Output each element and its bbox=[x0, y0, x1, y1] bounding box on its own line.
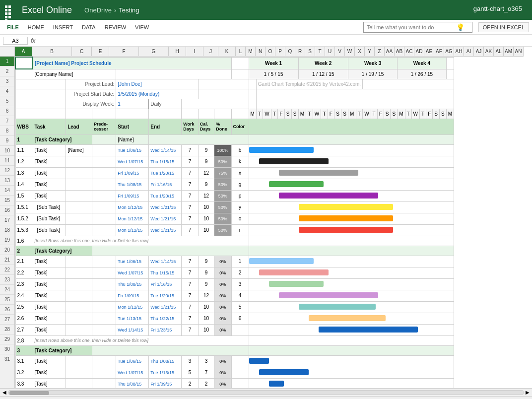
cell-wbs-16[interactable]: 1.5.3 bbox=[15, 224, 33, 236]
cell-wbs-17[interactable]: 1.6 bbox=[15, 236, 33, 246]
col-header-A[interactable]: A bbox=[15, 47, 32, 56]
cell-lead-9[interactable]: [Name] bbox=[66, 144, 92, 156]
cell-end-9[interactable]: Wed 1/14/15 bbox=[149, 144, 182, 156]
cell-end-20[interactable]: Thu 1/15/15 bbox=[149, 267, 182, 278]
grid-table-container[interactable]: [Project Name] Project Schedule Week 1 W… bbox=[15, 57, 532, 388]
cell-cd-28[interactable]: 3 bbox=[198, 355, 214, 367]
cell-B2[interactable]: [Company Name] bbox=[33, 69, 116, 79]
cell-color-19[interactable]: 1 bbox=[231, 256, 249, 267]
cell-cd-25[interactable]: 10 bbox=[198, 324, 214, 335]
cell-task-22[interactable]: [Task] bbox=[33, 290, 66, 301]
cell-start-15[interactable]: Mon 1/12/15 bbox=[116, 213, 149, 224]
cell-lead-19[interactable] bbox=[66, 256, 92, 267]
col-header-AB[interactable]: AB bbox=[395, 47, 404, 56]
col-header-H[interactable]: H bbox=[169, 47, 186, 56]
row-num-26[interactable]: 26 bbox=[0, 305, 14, 315]
cell-task-28[interactable]: [Task] bbox=[33, 355, 66, 367]
cell-wd-16[interactable]: 7 bbox=[182, 224, 198, 236]
cell-H5[interactable] bbox=[182, 99, 249, 109]
cell-end-12[interactable]: Fri 1/16/15 bbox=[149, 179, 182, 190]
cell-A3[interactable] bbox=[15, 79, 33, 89]
cell-end-25[interactable]: Fri 1/23/15 bbox=[149, 324, 182, 335]
menu-review[interactable]: REVIEW bbox=[101, 22, 130, 32]
row-num-20[interactable]: 20 bbox=[0, 245, 14, 255]
cell-start-29[interactable]: Wed 1/07/15 bbox=[116, 367, 149, 378]
cell-color-29[interactable] bbox=[231, 367, 249, 378]
col-header-G[interactable]: G bbox=[139, 47, 169, 56]
cell-wd-12[interactable]: 7 bbox=[182, 179, 198, 190]
cell-color-22[interactable]: 4 bbox=[231, 290, 249, 301]
row-num-7[interactable]: 7 bbox=[0, 116, 14, 126]
row-num-24[interactable]: 24 bbox=[0, 285, 14, 295]
cell-wd-11[interactable]: 7 bbox=[182, 167, 198, 179]
cell-wbs-21[interactable]: 2.3 bbox=[15, 278, 33, 290]
cell-wd-19[interactable]: 7 bbox=[182, 256, 198, 267]
cell-wd-15[interactable]: 7 bbox=[182, 213, 198, 224]
col-header-AH[interactable]: AH bbox=[454, 47, 464, 56]
cell-lead-10[interactable] bbox=[66, 156, 92, 167]
search-box[interactable]: 💡 bbox=[363, 22, 472, 33]
row-num-15[interactable]: 15 bbox=[0, 196, 14, 205]
cell-cd-9[interactable]: 9 bbox=[198, 144, 214, 156]
cell-task-17[interactable]: [Insert Rows above this one, then Hide o… bbox=[33, 236, 249, 246]
cell-B1[interactable]: [Project Name] Project Schedule bbox=[33, 57, 231, 69]
cell-cd-21[interactable]: 9 bbox=[198, 278, 214, 290]
cell-F2[interactable] bbox=[116, 69, 231, 79]
cell-task-29[interactable]: [Task] bbox=[33, 367, 66, 378]
cell-K2[interactable] bbox=[231, 69, 249, 79]
col-header-AL[interactable]: AL bbox=[494, 47, 504, 56]
col-header-V[interactable]: V bbox=[335, 47, 345, 56]
col-header-E[interactable]: E bbox=[92, 47, 109, 56]
cell-B3[interactable] bbox=[33, 79, 66, 89]
cell-H3[interactable] bbox=[198, 79, 249, 89]
cell-cd-24[interactable]: 10 bbox=[198, 313, 214, 324]
menu-home[interactable]: HOME bbox=[24, 22, 48, 32]
cell-start-21[interactable]: Thu 1/08/15 bbox=[116, 278, 149, 290]
row-num-13[interactable]: 13 bbox=[0, 176, 14, 186]
cell-end-21[interactable]: Fri 1/16/15 bbox=[149, 278, 182, 290]
row-num-11[interactable]: 11 bbox=[0, 156, 14, 166]
col-header-J[interactable]: J bbox=[203, 47, 218, 56]
col-header-U[interactable]: U bbox=[325, 47, 335, 56]
cell-pct-13[interactable]: 50% bbox=[214, 190, 231, 201]
cell-task-9[interactable]: [Task] bbox=[33, 144, 66, 156]
cell-wd-21[interactable]: 7 bbox=[182, 278, 198, 290]
col-header-S[interactable]: S bbox=[305, 47, 315, 56]
cell-end-11[interactable]: Tue 1/20/15 bbox=[149, 167, 182, 179]
cell-K1[interactable] bbox=[231, 57, 249, 69]
cell-f8[interactable]: [Name] bbox=[116, 134, 149, 144]
cell-start-30[interactable]: Thu 1/08/15 bbox=[116, 378, 149, 388]
cell-e8[interactable] bbox=[92, 134, 116, 144]
cell-color-23[interactable]: 5 bbox=[231, 301, 249, 313]
cell-wbs-9[interactable]: 1.1 bbox=[15, 144, 33, 156]
cell-cd-20[interactable]: 9 bbox=[198, 267, 214, 278]
cell-wbs-29[interactable]: 3.2 bbox=[15, 367, 33, 378]
cell-pct-19[interactable]: 0% bbox=[214, 256, 231, 267]
cell-K5[interactable] bbox=[249, 99, 256, 109]
cell-pred-28[interactable] bbox=[92, 355, 116, 367]
col-header-Y[interactable]: Y bbox=[365, 47, 375, 56]
cell-cd-19[interactable]: 9 bbox=[198, 256, 214, 267]
cell-G5[interactable]: Daily bbox=[149, 99, 182, 109]
cell-pred-19[interactable] bbox=[92, 256, 116, 267]
cell-lead-13[interactable] bbox=[66, 190, 92, 201]
cell-lead-28[interactable] bbox=[66, 355, 92, 367]
col-header-K[interactable]: K bbox=[218, 47, 236, 56]
col-header-Z[interactable]: Z bbox=[375, 47, 385, 56]
cell-lead-12[interactable] bbox=[66, 179, 92, 190]
cell-pct-10[interactable]: 50% bbox=[214, 156, 231, 167]
col-header-I[interactable]: I bbox=[186, 47, 203, 56]
cell-cd-23[interactable]: 10 bbox=[198, 301, 214, 313]
cell-pct-25[interactable]: 0% bbox=[214, 324, 231, 335]
cell-pct-14[interactable]: 50% bbox=[214, 201, 231, 213]
row-num-4[interactable]: 4 bbox=[0, 86, 14, 96]
col-header-F[interactable]: F bbox=[109, 47, 139, 56]
cell-wbs-15[interactable]: 1.5.2 bbox=[15, 213, 33, 224]
cell-cd-11[interactable]: 12 bbox=[198, 167, 214, 179]
cell-pred-21[interactable] bbox=[92, 278, 116, 290]
col-header-N[interactable]: N bbox=[256, 47, 266, 56]
col-header-AA[interactable]: AA bbox=[385, 47, 395, 56]
cell-wd-9[interactable]: 7 bbox=[182, 144, 198, 156]
cell-lead-14[interactable] bbox=[66, 201, 92, 213]
cell-pred-15[interactable] bbox=[92, 213, 116, 224]
